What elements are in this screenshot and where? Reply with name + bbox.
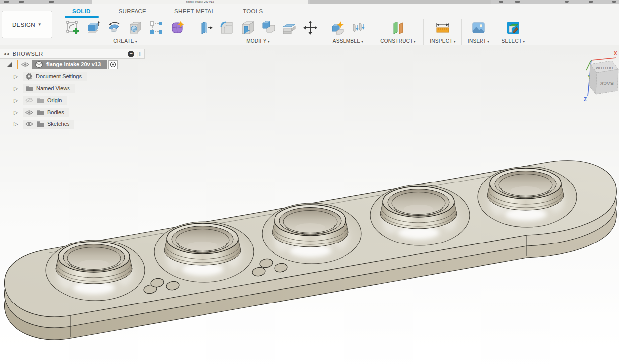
revolve-icon[interactable] (106, 19, 123, 36)
browser-item-label: Sketches (47, 121, 69, 127)
group-separator (531, 19, 531, 45)
clock-icon[interactable] (565, 1, 569, 3)
collapse-panel-icon[interactable]: ◄◄ (3, 52, 9, 56)
viewcube-x-label: X (614, 51, 617, 56)
expand-arrow-icon[interactable]: ▷ (14, 97, 20, 104)
component-cube-icon (35, 61, 43, 68)
select-icon[interactable] (505, 19, 522, 36)
new-tab-icon[interactable] (499, 1, 503, 3)
root-component[interactable]: flange intake 20v v13 (32, 60, 107, 69)
root-component-label: flange intake 20v v13 (46, 61, 101, 67)
move-copy-icon[interactable] (302, 19, 319, 36)
group-label-assemble[interactable]: ASSEMBLE (325, 38, 371, 44)
intake-boss-2[interactable] (154, 222, 254, 282)
browser-title: BROWSER (13, 51, 128, 57)
visibility-off-eye-icon[interactable] (25, 97, 33, 103)
group-modify: MODIFY (193, 18, 323, 45)
group-separator (372, 19, 372, 45)
intake-boss-5[interactable] (478, 167, 577, 227)
intake-boss-1[interactable] (46, 240, 145, 301)
browser-row-root[interactable]: flange intake 20v v13 (0, 59, 145, 70)
fillet-icon[interactable] (218, 19, 235, 36)
expand-open-icon[interactable] (7, 62, 12, 67)
split-body-icon[interactable] (281, 19, 298, 36)
extrude-icon[interactable] (85, 19, 102, 36)
tab-tools[interactable]: TOOLS (229, 6, 276, 17)
expand-arrow-icon[interactable]: ▷ (14, 73, 20, 80)
folder-icon (25, 85, 33, 92)
group-label-select[interactable]: SELECT (496, 38, 530, 44)
group-separator (324, 19, 324, 45)
application-titlebar: flange intake 20v v13 (0, 0, 619, 4)
design-workspace-menu[interactable]: DESIGN▼ (2, 11, 52, 38)
undo-icon[interactable] (49, 1, 54, 3)
group-label-inspect[interactable]: INSPECT (425, 38, 461, 44)
browser-row-origin[interactable]: ▷ Origin (0, 94, 145, 106)
folder-icon (36, 97, 44, 104)
browser-header[interactable]: ◄◄ BROWSER − |‖ (0, 49, 145, 59)
browser-item-label: Named Views (36, 85, 70, 91)
tab-surface[interactable]: SURFACE (105, 6, 160, 17)
save-icon[interactable] (19, 1, 24, 3)
avatar[interactable] (612, 1, 616, 3)
chevron-down-icon: ▼ (38, 22, 42, 27)
viewcube-z-label: Z (584, 97, 587, 102)
document-tab-active[interactable]: flange intake 20v v13 (92, 0, 308, 4)
group-separator (495, 19, 495, 45)
tab-solid[interactable]: SOLID (59, 6, 105, 17)
activate-component-radio[interactable] (108, 60, 118, 69)
create-form-icon[interactable] (169, 19, 186, 36)
visibility-eye-icon[interactable] (25, 121, 33, 127)
create-sketch-icon[interactable] (65, 19, 81, 36)
fusion360-window: X Z Y + BOTTOM BACK flange intake 20v v1… (0, 0, 619, 364)
construction-plane-icon[interactable] (390, 19, 407, 36)
visibility-eye-icon[interactable] (21, 62, 30, 67)
group-separator (423, 19, 424, 45)
ribbon-toolbar: DESIGN▼ SOLID SURFACE SHEET METAL TOOLS (0, 4, 619, 45)
group-label-modify[interactable]: MODIFY (193, 38, 323, 44)
intake-boss-4[interactable] (370, 185, 470, 245)
expand-arrow-icon[interactable]: ▷ (14, 85, 20, 92)
viewcube-bottom-label: BOTTOM (595, 66, 613, 70)
minimize-panel-icon[interactable]: − (128, 51, 134, 57)
grid-icon[interactable] (515, 1, 520, 3)
group-create: CREATE (60, 18, 191, 45)
group-inspect: INSPECT (425, 18, 461, 45)
group-label-insert[interactable]: INSERT (463, 38, 494, 44)
folder-icon (36, 109, 44, 116)
browser-item-label: Bodies (47, 109, 64, 115)
viewcube-back-label: BACK (600, 81, 614, 86)
rectangular-pattern-icon[interactable] (148, 19, 165, 36)
ribbon-tabs: SOLID SURFACE SHEET METAL TOOLS (59, 6, 276, 17)
hole-icon[interactable] (127, 19, 144, 36)
browser-row-bodies[interactable]: ▷ Bodies (0, 106, 145, 118)
document-tab-inactive[interactable] (310, 0, 491, 4)
design-menu-label: DESIGN (12, 22, 35, 28)
tab-sheet-metal[interactable]: SHEET METAL (160, 6, 229, 17)
measure-icon[interactable] (434, 19, 451, 36)
gear-icon (25, 73, 33, 80)
browser-panel: ◄◄ BROWSER − |‖ flange intake 20v v13 ▷ (0, 49, 145, 130)
expand-arrow-icon[interactable]: ▷ (14, 109, 20, 116)
insert-image-icon[interactable] (470, 19, 487, 36)
document-tab-title: flange intake 20v v13 (92, 0, 308, 4)
notification-icon[interactable] (589, 1, 593, 3)
joint-icon[interactable] (350, 19, 367, 36)
browser-row-document-settings[interactable]: ▷ Document Settings (0, 70, 145, 82)
browser-row-sketches[interactable]: ▷ Sketches (0, 118, 145, 130)
press-pull-icon[interactable] (198, 19, 214, 36)
browser-row-named-views[interactable]: ▷ Named Views (0, 82, 145, 94)
app-menu-icon[interactable] (4, 1, 9, 3)
expand-arrow-icon[interactable]: ▷ (14, 121, 20, 127)
group-label-construct[interactable]: CONSTRUCT (373, 38, 423, 44)
group-separator (192, 19, 192, 45)
group-separator (461, 19, 462, 45)
new-component-icon[interactable] (329, 19, 346, 36)
panel-grip-icon[interactable]: |‖ (137, 51, 141, 57)
shell-icon[interactable] (239, 19, 256, 36)
combine-icon[interactable] (260, 19, 277, 36)
browser-item-label: Document Settings (36, 73, 82, 79)
intake-boss-3[interactable] (262, 203, 361, 264)
visibility-eye-icon[interactable] (25, 110, 33, 115)
group-label-create[interactable]: CREATE (60, 38, 191, 44)
